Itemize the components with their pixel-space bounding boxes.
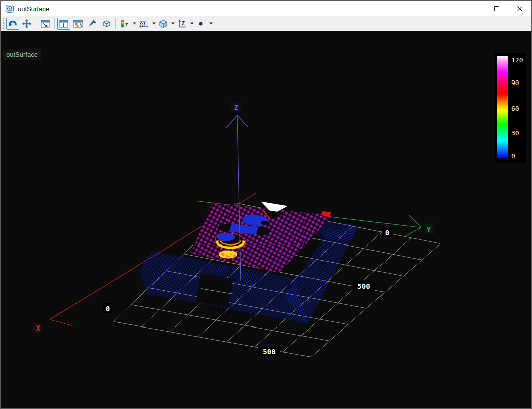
svg-text:0: 0 <box>385 229 389 237</box>
colorbar-gradient <box>497 56 508 158</box>
colorbar-z-dropdown[interactable] <box>132 18 137 30</box>
pan-icon <box>22 19 32 29</box>
rotate-icon <box>8 19 18 29</box>
surface-notch-right <box>256 227 270 236</box>
chevron-down-icon <box>190 22 194 25</box>
y-axis-label: Y <box>424 224 434 234</box>
svg-text:0: 0 <box>106 305 110 313</box>
rotate-button[interactable] <box>6 18 19 30</box>
info-icon: i <box>59 19 69 29</box>
point-size-dropdown[interactable] <box>208 18 213 30</box>
point-size-button[interactable] <box>195 18 208 30</box>
pan-button[interactable] <box>20 18 33 30</box>
minimize-icon <box>471 6 477 12</box>
toolbar-separator <box>54 18 55 29</box>
scene-canvas: Z Y X 0 500 0 <box>1 31 531 409</box>
legend-button[interactable]: 1 2 <box>71 18 85 30</box>
titlebar[interactable]: outSurface <box>1 1 531 16</box>
svg-text:i: i <box>63 22 65 27</box>
colorbar: 120 90 60 30 0 <box>495 53 526 163</box>
svg-text:500: 500 <box>263 348 275 356</box>
axis-z-dropdown[interactable] <box>189 18 194 30</box>
scene-label: outSurface <box>3 49 41 60</box>
colorbar-z-icon: z <box>120 19 130 29</box>
chevron-down-icon <box>133 22 136 25</box>
tick-y-500: 500 <box>353 281 375 291</box>
close-icon <box>517 6 523 12</box>
colorbar-tick: 60 <box>511 105 519 112</box>
window-title: outSurface <box>18 5 49 13</box>
minimize-button[interactable] <box>462 1 485 16</box>
bounding-box-icon <box>101 19 111 29</box>
close-button[interactable] <box>508 1 531 16</box>
toolbar: i 1 2 <box>1 16 531 31</box>
app-window: Z Y X 0 500 0 <box>0 0 532 409</box>
tick-x-0: 0 <box>103 303 112 313</box>
chevron-down-icon <box>209 22 213 25</box>
color-picker-button[interactable] <box>86 18 99 30</box>
svg-text:2: 2 <box>81 24 82 27</box>
point-icon <box>196 19 206 29</box>
chevron-down-icon <box>152 22 156 25</box>
colorbar-tick: 0 <box>511 152 515 160</box>
toolbar-separator <box>115 18 116 29</box>
app-icon <box>6 5 14 13</box>
toolbar-separator <box>36 18 36 29</box>
bounding-box-button[interactable] <box>100 18 113 30</box>
svg-text:Y: Y <box>427 225 431 233</box>
fit-view-button[interactable] <box>39 18 52 30</box>
axes-xy-dropdown[interactable] <box>151 18 156 30</box>
cloud-hole <box>196 274 233 308</box>
colorbar-tick: 90 <box>511 79 519 87</box>
maximize-icon <box>494 6 500 12</box>
x-axis-label: X <box>33 322 43 333</box>
info-button[interactable]: i <box>57 18 70 30</box>
svg-text:Z: Z <box>234 103 238 111</box>
z-axis-label: Z <box>231 102 241 112</box>
chevron-down-icon <box>171 22 175 25</box>
svg-text:X: X <box>36 324 41 332</box>
cube-view-button[interactable] <box>157 18 170 30</box>
svg-text:Z: Z <box>182 20 185 26</box>
eyedropper-icon <box>87 19 97 29</box>
colorbar-tick: 120 <box>511 56 523 64</box>
scene-viewport[interactable]: Z Y X 0 500 0 <box>1 31 531 408</box>
surface-notch-left <box>218 223 231 232</box>
toolbar-grip[interactable] <box>2 18 5 29</box>
svg-text:XY: XY <box>140 19 146 24</box>
axes-xy-button[interactable]: XY <box>137 18 150 30</box>
svg-text:500: 500 <box>357 282 370 290</box>
maximize-button[interactable] <box>485 1 508 16</box>
svg-text:z: z <box>125 21 128 27</box>
axis-z-icon: Z <box>177 19 187 29</box>
axis-z-button[interactable]: Z <box>176 18 189 30</box>
tick-x-500: 500 <box>258 346 280 356</box>
svg-text:outSurface: outSurface <box>6 51 38 58</box>
legend-icon: 1 2 <box>73 19 83 29</box>
axes-xy-icon: XY <box>138 19 149 29</box>
fit-view-icon <box>40 19 50 29</box>
tick-y-0: 0 <box>383 227 392 237</box>
colorbar-tick: 30 <box>511 129 519 137</box>
cube-icon <box>158 19 168 29</box>
colorbar-z-button[interactable]: z <box>118 18 131 30</box>
cube-view-dropdown[interactable] <box>170 18 175 30</box>
